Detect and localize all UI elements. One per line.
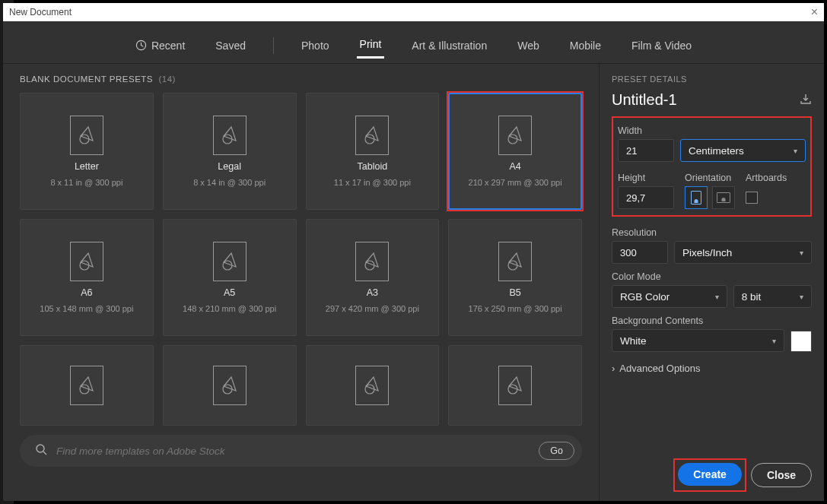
bgcontents-label: Background Contents [612, 315, 812, 326]
presets-panel: BLANK DOCUMENT PRESETS (14) Letter 8 x 1… [3, 64, 599, 501]
document-icon [498, 366, 532, 405]
advanced-label: Advanced Options [619, 363, 700, 374]
preset-sub: 210 x 297 mm @ 300 ppi [469, 178, 562, 187]
preset-sub: 297 x 420 mm @ 300 ppi [326, 304, 419, 313]
svg-point-13 [37, 445, 44, 452]
bitdepth-select[interactable]: 8 bit ▾ [733, 285, 812, 308]
bitdepth-value: 8 bit [742, 291, 762, 303]
preset-sub: 8 x 14 in @ 300 ppi [193, 178, 266, 187]
tab-saved[interactable]: Saved [212, 33, 249, 58]
colormode-select[interactable]: RGB Color ▾ [612, 285, 727, 308]
preset-card-more[interactable] [163, 345, 297, 426]
search-input[interactable] [56, 445, 530, 457]
save-preset-icon[interactable] [800, 94, 812, 106]
preset-title: Tabloid [358, 161, 388, 172]
presets-header: BLANK DOCUMENT PRESETS (14) [20, 74, 582, 84]
tab-label: Saved [215, 40, 246, 52]
tab-label: Mobile [570, 40, 601, 52]
tab-label: Film & Video [631, 40, 692, 52]
preset-title: Letter [75, 161, 99, 172]
colormode-value: RGB Color [620, 291, 670, 303]
preset-card-a5[interactable]: A5 148 x 210 mm @ 300 ppi [163, 219, 297, 336]
preset-title: Legal [218, 161, 241, 172]
preset-card-more[interactable] [20, 345, 154, 426]
category-tabs: Recent Saved Photo Print Art & Illustrat… [3, 21, 824, 64]
search-icon [35, 443, 47, 458]
preset-card-more[interactable] [306, 345, 440, 426]
chevron-down-icon: ▾ [715, 293, 719, 301]
resolution-units-value: Pixels/Inch [682, 247, 732, 258]
presets-grid: Letter 8 x 11 in @ 300 ppi Legal 8 x 14 … [20, 93, 582, 426]
preset-card-more[interactable] [448, 345, 582, 426]
bgcontents-select[interactable]: White ▾ [612, 329, 784, 352]
preset-sub: 11 x 17 in @ 300 ppi [334, 178, 411, 187]
resolution-label: Resolution [612, 227, 812, 238]
document-icon [355, 366, 389, 405]
tab-mobile[interactable]: Mobile [567, 33, 604, 58]
tab-web[interactable]: Web [514, 33, 542, 58]
tab-label: Web [517, 40, 539, 52]
preset-title: A5 [224, 287, 235, 298]
preset-card-a4[interactable]: A4 210 x 297 mm @ 300 ppi [448, 93, 582, 210]
landscape-icon [717, 192, 730, 203]
colormode-label: Color Mode [612, 271, 812, 282]
preset-card-letter[interactable]: Letter 8 x 11 in @ 300 ppi [20, 93, 154, 210]
preset-card-legal[interactable]: Legal 8 x 14 in @ 300 ppi [163, 93, 297, 210]
close-button[interactable]: Close [751, 463, 812, 487]
resolution-field[interactable] [612, 241, 668, 264]
document-icon [70, 242, 103, 281]
advanced-options-toggle[interactable]: › Advanced Options [612, 363, 812, 374]
orientation-label: Orientation [685, 173, 735, 183]
titlebar: New Document × [3, 3, 824, 21]
close-icon[interactable]: × [811, 5, 818, 19]
presets-count: (14) [158, 74, 175, 84]
bgcontents-value: White [620, 335, 647, 347]
tab-art[interactable]: Art & Illustration [409, 33, 490, 58]
presets-header-label: BLANK DOCUMENT PRESETS [20, 74, 153, 84]
preset-card-tabloid[interactable]: Tabloid 11 x 17 in @ 300 ppi [306, 93, 440, 210]
width-label: Width [618, 125, 806, 136]
template-search: Go [20, 435, 582, 467]
document-icon [498, 116, 532, 155]
preset-card-a3[interactable]: A3 297 x 420 mm @ 300 ppi [306, 219, 440, 336]
chevron-right-icon: › [612, 363, 615, 374]
details-header: PRESET DETAILS [612, 74, 812, 84]
orientation-portrait-button[interactable] [685, 186, 708, 209]
document-icon [213, 242, 247, 281]
document-icon [70, 116, 103, 155]
preset-sub: 105 x 148 mm @ 300 ppi [40, 304, 133, 313]
highlight-annotation: Width Centimeters ▾ Height Orientation [612, 116, 812, 217]
tab-print[interactable]: Print [357, 32, 385, 59]
chevron-down-icon: ▾ [794, 147, 797, 155]
resolution-units-select[interactable]: Pixels/Inch ▾ [674, 241, 812, 264]
chevron-down-icon: ▾ [800, 249, 803, 257]
preset-title: A3 [367, 287, 378, 298]
preset-card-b5[interactable]: B5 176 x 250 mm @ 300 ppi [448, 219, 582, 336]
preset-details-panel: PRESET DETAILS Untitled-1 Width Centimet… [599, 64, 824, 501]
chevron-down-icon: ▾ [772, 337, 776, 345]
preset-sub: 176 x 250 mm @ 300 ppi [469, 304, 562, 313]
height-field[interactable] [618, 186, 674, 209]
document-name[interactable]: Untitled-1 [612, 91, 677, 109]
tab-label: Recent [151, 40, 185, 52]
width-field[interactable] [618, 139, 674, 162]
go-button[interactable]: Go [539, 442, 574, 460]
tab-recent[interactable]: Recent [132, 33, 188, 58]
preset-card-a6[interactable]: A6 105 x 148 mm @ 300 ppi [20, 219, 154, 336]
create-button[interactable]: Create [678, 463, 742, 486]
preset-title: A4 [509, 161, 520, 172]
artboards-label: Artboards [746, 173, 787, 183]
document-icon [70, 366, 103, 405]
tab-film[interactable]: Film & Video [628, 33, 695, 58]
document-icon [213, 366, 247, 405]
preset-sub: 8 x 11 in @ 300 ppi [50, 178, 122, 187]
dialog-title: New Document [9, 7, 72, 17]
orientation-landscape-button[interactable] [712, 186, 735, 209]
preset-title: A6 [81, 287, 92, 298]
units-select[interactable]: Centimeters ▾ [680, 139, 806, 162]
document-icon [498, 242, 532, 281]
artboards-checkbox[interactable] [746, 192, 758, 204]
bg-color-swatch[interactable] [790, 331, 812, 352]
tab-label: Print [360, 38, 382, 50]
tab-photo[interactable]: Photo [298, 33, 332, 58]
